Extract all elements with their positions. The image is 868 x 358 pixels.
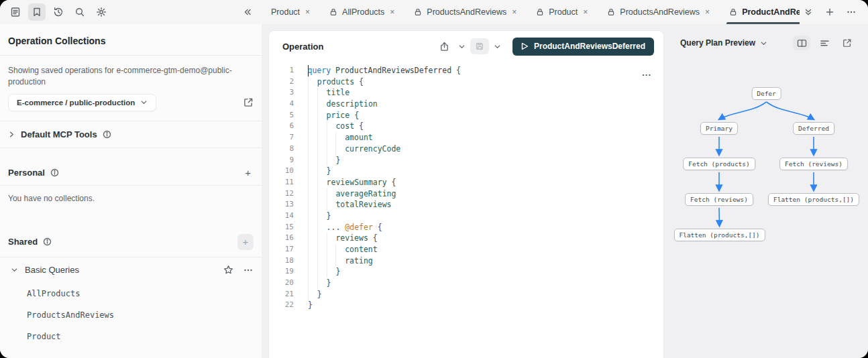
code-line[interactable]: 1query ProductAndReviewsDeferred { xyxy=(269,65,663,76)
collection-group-basic-queries[interactable]: Basic Queries xyxy=(0,257,262,283)
tab-productandreviewsd[interactable]: ProductAndReviewsD xyxy=(720,0,800,24)
default-mcp-tools-row[interactable]: Default MCP Tools xyxy=(0,121,262,147)
collapse-sidebar-icon[interactable] xyxy=(239,3,256,21)
lock-icon xyxy=(536,8,544,16)
saved-operation-product[interactable]: Product xyxy=(0,326,262,347)
code-line[interactable]: 20} xyxy=(269,278,663,289)
code-line[interactable]: 17content xyxy=(269,244,663,255)
graph-variant-selector[interactable]: E-commerce / public-production xyxy=(8,94,156,111)
save-icon[interactable] xyxy=(470,38,489,54)
editor-more-ellipsis-icon[interactable]: ... xyxy=(642,68,651,78)
plan-node-fetch-reviews-l[interactable]: Fetch (reviews) xyxy=(685,193,753,206)
bookmark-icon[interactable] xyxy=(28,3,46,21)
sidebar-toolbar xyxy=(0,3,262,21)
plan-node-deferred[interactable]: Deferred xyxy=(793,122,834,135)
code-line[interactable]: 19} xyxy=(269,266,663,278)
tab-product[interactable]: Product× xyxy=(527,0,598,24)
share-icon[interactable] xyxy=(436,38,453,55)
saved-operation-allproducts[interactable]: AllProducts xyxy=(0,283,262,304)
tab-label: ProductsAndReviews xyxy=(427,7,506,17)
personal-empty-text: You have no collections. xyxy=(0,186,262,218)
indent-guide xyxy=(317,110,327,121)
code-line[interactable]: 4description xyxy=(269,99,663,110)
code-line[interactable]: 6cost { xyxy=(269,121,663,132)
share-options-chevron-icon[interactable] xyxy=(456,43,468,50)
code-line[interactable]: 12averageRating xyxy=(269,188,663,200)
operation-header: Operation Produ xyxy=(269,31,663,62)
indent-guide xyxy=(327,155,336,166)
line-number: 20 xyxy=(269,278,294,289)
close-icon[interactable]: × xyxy=(704,7,710,17)
code-line[interactable]: 3title xyxy=(269,87,663,99)
chevrons-down-icon[interactable] xyxy=(800,3,817,21)
add-personal-collection-button[interactable]: + xyxy=(242,167,254,178)
info-icon xyxy=(43,237,52,246)
code-line[interactable]: 15... @defer { xyxy=(269,222,663,233)
plan-node-fetch-reviews-r[interactable]: Fetch (reviews) xyxy=(779,158,848,170)
code-line[interactable]: 18rating xyxy=(269,255,663,267)
code-line[interactable]: 8currencyCode xyxy=(269,143,663,155)
code-line[interactable]: 13totalReviews xyxy=(269,199,663,211)
line-number: 16 xyxy=(269,233,294,244)
gear-icon[interactable] xyxy=(93,3,110,21)
line-number: 3 xyxy=(269,87,294,99)
indent-guide xyxy=(317,99,327,110)
line-number: 10 xyxy=(269,166,294,177)
tab-productsandreviews[interactable]: ProductsAndReviews× xyxy=(598,0,720,24)
close-icon[interactable]: × xyxy=(511,7,517,17)
tab-allproducts[interactable]: AllProducts× xyxy=(320,0,404,24)
indent-guide xyxy=(317,121,327,132)
save-options-chevron-icon[interactable] xyxy=(492,43,503,50)
indent-guide xyxy=(327,188,336,200)
tab-label: Product xyxy=(271,7,300,17)
code-line[interactable]: 7amount xyxy=(269,132,663,143)
code-line[interactable]: 14} xyxy=(269,211,663,222)
graph-variant-label: E-commerce / public-production xyxy=(17,99,135,107)
code-line[interactable]: 16reviews { xyxy=(269,233,663,244)
saved-operation-productsandreviews[interactable]: ProductsAndReviews xyxy=(0,304,262,326)
line-number: 9 xyxy=(269,155,294,166)
indent-guide xyxy=(317,177,327,188)
more-ellipsis-icon[interactable] xyxy=(843,3,860,21)
collection-name: Basic Queries xyxy=(25,265,217,275)
code-line[interactable]: 9} xyxy=(269,155,663,166)
run-operation-button[interactable]: ProductAndReviewsDeferred xyxy=(512,38,654,56)
more-ellipsis-icon[interactable] xyxy=(243,265,254,276)
tab-product[interactable]: Product× xyxy=(262,0,320,24)
divider xyxy=(0,147,262,148)
query-plan-title-dropdown[interactable]: Query Plan Preview xyxy=(680,38,793,48)
play-icon xyxy=(521,42,529,50)
close-icon[interactable]: × xyxy=(389,7,395,17)
history-icon[interactable] xyxy=(50,3,67,21)
tab-productsandreviews[interactable]: ProductsAndReviews× xyxy=(404,0,527,24)
new-tab-plus-icon[interactable] xyxy=(821,3,838,21)
plan-node-flatten-r[interactable]: Flatten (products,[]) xyxy=(768,193,859,206)
plan-node-fetch-products[interactable]: Fetch (products) xyxy=(683,158,755,170)
graphql-editor[interactable]: 1query ProductAndReviewsDeferred {2produ… xyxy=(269,62,663,311)
line-number: 21 xyxy=(269,289,294,300)
code-line[interactable]: 10} xyxy=(269,166,663,177)
open-external-icon[interactable] xyxy=(243,97,254,107)
tab-label: Product xyxy=(549,7,578,17)
code-line[interactable]: 2products { xyxy=(269,76,663,88)
document-icon[interactable] xyxy=(7,3,24,21)
plan-node-defer[interactable]: Defer xyxy=(751,87,781,100)
line-number: 18 xyxy=(269,255,294,267)
plan-node-flatten-l[interactable]: Flatten (products,[]) xyxy=(673,229,765,241)
add-shared-collection-button[interactable]: + xyxy=(237,234,254,250)
code-line[interactable]: 11reviewSummary { xyxy=(269,177,663,188)
close-icon[interactable]: × xyxy=(305,7,311,17)
lock-icon xyxy=(329,8,337,16)
star-icon[interactable] xyxy=(223,265,233,275)
indent-guide xyxy=(317,155,327,166)
code-line[interactable]: 5price { xyxy=(269,110,663,121)
search-icon[interactable] xyxy=(71,3,89,21)
code-line[interactable]: 22} xyxy=(269,300,663,311)
line-number: 4 xyxy=(269,99,294,110)
indent-guide xyxy=(317,188,327,200)
line-number: 13 xyxy=(269,199,294,211)
code-line[interactable]: 21} xyxy=(269,289,663,300)
close-icon[interactable]: × xyxy=(582,7,588,17)
query-plan-title: Query Plan Preview xyxy=(680,38,755,48)
plan-node-primary[interactable]: Primary xyxy=(700,122,738,135)
